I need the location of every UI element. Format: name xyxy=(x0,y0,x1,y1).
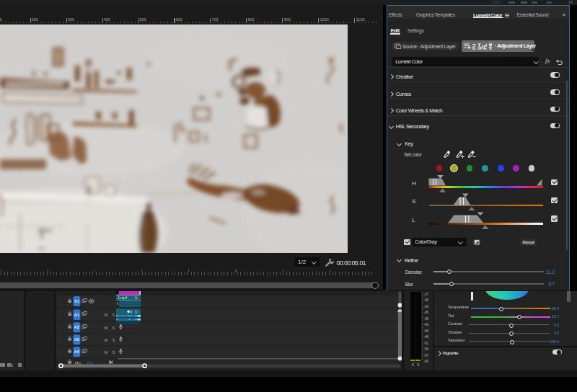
svg-text:A1: A1 xyxy=(74,312,79,316)
svg-text:M: M xyxy=(105,349,107,354)
svg-text:A4: A4 xyxy=(74,349,80,354)
svg-text:M: M xyxy=(105,337,107,342)
svg-text:M: M xyxy=(105,325,107,329)
svg-text:1.mp4: 1.mp4 xyxy=(118,295,128,299)
svg-text:A2: A2 xyxy=(74,325,79,329)
svg-text:V1: V1 xyxy=(74,299,79,303)
svg-text:M: M xyxy=(105,313,107,317)
svg-text:A3: A3 xyxy=(74,337,79,342)
